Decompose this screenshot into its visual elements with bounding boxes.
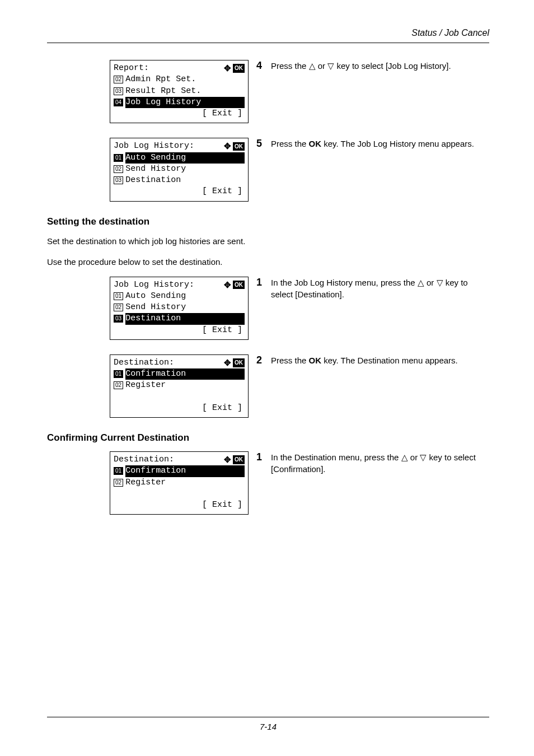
step-text: In the Job Log History menu, press the △…: [271, 277, 489, 300]
header-divider: [47, 43, 489, 43]
menu-label-selected: Confirmation: [125, 465, 245, 477]
nav-ok-icon: ✥OK: [224, 357, 245, 368]
menu-label: Send History: [125, 164, 186, 175]
menu-num: 02: [114, 479, 123, 487]
lcd-destination: Destination: ✥OK 01Confirmation 02Regist…: [110, 354, 249, 418]
paragraph: Use the procedure below to set the desti…: [47, 256, 489, 268]
lcd-job-log-history: Job Log History: ✥OK 01Auto Sending 02Se…: [110, 138, 249, 201]
menu-label-selected: Confirmation: [125, 368, 245, 380]
heading-confirming-destination: Confirming Current Destination: [47, 432, 489, 444]
lcd-footer: [ Exit ]: [114, 500, 245, 511]
step-text: In the Destination menu, press the △ or …: [271, 451, 489, 475]
menu-label: Auto Sending: [125, 291, 186, 302]
step-number: 1: [256, 451, 271, 475]
menu-label: Send History: [125, 302, 186, 313]
menu-num: 01: [114, 154, 123, 162]
step-text: Press the △ or ▽ key to select [Job Log …: [271, 60, 451, 72]
paragraph: Set the destination to which job log his…: [47, 235, 489, 247]
lcd-footer: [ Exit ]: [114, 403, 245, 414]
menu-num: 01: [114, 467, 123, 475]
up-arrow-icon: △: [418, 278, 424, 287]
nav-ok-icon: ✥OK: [224, 279, 245, 291]
menu-num: 02: [114, 165, 123, 173]
menu-label: Register: [125, 380, 166, 391]
menu-num: 02: [114, 76, 123, 83]
step-text: Press the OK key. The Destination menu a…: [271, 354, 458, 366]
heading-setting-destination: Setting the destination: [47, 216, 489, 227]
step-number: 1: [256, 277, 271, 300]
lcd-title-text: Job Log History:: [114, 141, 194, 152]
lcd-footer: [ Exit ]: [114, 325, 245, 336]
menu-label: Register: [125, 477, 166, 488]
lcd-report: Report: ✥OK 02Admin Rpt Set. 03Result Rp…: [110, 60, 249, 123]
step-number: 2: [256, 354, 271, 366]
menu-label: Admin Rpt Set.: [125, 74, 196, 85]
menu-num: 02: [114, 381, 123, 389]
menu-num: 01: [114, 370, 123, 378]
step-number: 4: [256, 60, 271, 72]
lcd-job-log-history-2: Job Log History: ✥OK 01Auto Sending 02Se…: [110, 277, 249, 340]
menu-num: 03: [114, 176, 123, 184]
up-arrow-icon: △: [401, 452, 408, 462]
menu-num: 02: [114, 304, 123, 311]
down-arrow-icon: ▽: [327, 61, 334, 71]
menu-label: Destination: [125, 175, 181, 186]
lcd-footer: [ Exit ]: [114, 186, 245, 197]
menu-label: Result Rpt Set.: [125, 86, 201, 97]
step-number: 5: [256, 138, 271, 150]
menu-label-selected: Auto Sending: [125, 152, 245, 164]
menu-num: 03: [114, 315, 123, 323]
down-arrow-icon: ▽: [437, 278, 443, 287]
lcd-destination-2: Destination: ✥OK 01Confirmation 02Regist…: [110, 451, 249, 515]
step-text: Press the OK key. The Job Log History me…: [271, 138, 474, 150]
lcd-title-text: Destination:: [114, 357, 174, 368]
down-arrow-icon: ▽: [420, 452, 427, 462]
menu-label-selected: Job Log History: [125, 97, 245, 108]
lcd-title-text: Job Log History:: [114, 279, 194, 291]
page-number: 7-14: [47, 717, 489, 731]
menu-label-selected: Destination: [125, 313, 245, 324]
up-arrow-icon: △: [309, 61, 316, 71]
lcd-title-text: Report:: [114, 63, 149, 74]
nav-ok-icon: ✥OK: [224, 141, 245, 152]
nav-ok-icon: ✥OK: [224, 63, 245, 74]
lcd-footer: [ Exit ]: [114, 108, 245, 119]
nav-ok-icon: ✥OK: [224, 454, 245, 465]
menu-num: 01: [114, 292, 123, 300]
lcd-title-text: Destination:: [114, 454, 174, 465]
header-section: Status / Job Cancel: [47, 28, 489, 41]
menu-num: 03: [114, 87, 123, 95]
menu-num: 04: [114, 99, 123, 106]
